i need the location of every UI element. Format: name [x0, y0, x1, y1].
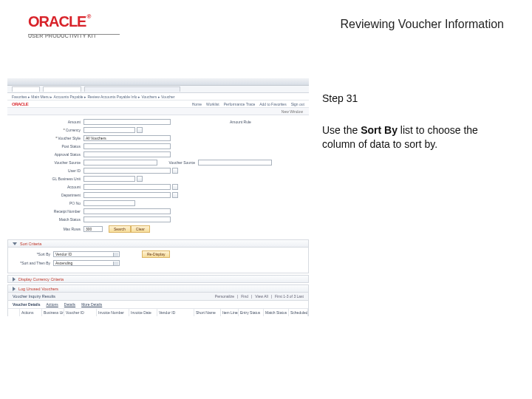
- col-invoice-no[interactable]: Invoice Number: [97, 309, 129, 316]
- instruction-column: Step 31 Use the Sort By list to choose t…: [322, 92, 505, 151]
- field-label: Voucher Style: [13, 136, 83, 140]
- tab-voucher-details[interactable]: Voucher Details: [13, 302, 40, 307]
- sort-by-select[interactable]: Vendor ID: [53, 251, 120, 257]
- oracle-wordmark: ORACLE: [28, 13, 86, 30]
- voucher-source-1[interactable]: [83, 160, 157, 166]
- chevron-down-icon: [13, 242, 17, 245]
- field-label: Account: [13, 185, 83, 189]
- col-short-name[interactable]: Short Name: [194, 309, 221, 316]
- window-toolbar: [7, 78, 309, 86]
- page-title: Reviewing Voucher Information: [341, 18, 504, 31]
- pager-personalize[interactable]: Personalize: [215, 294, 234, 299]
- instruction-text: Use the Sort By list to choose the colum…: [322, 123, 505, 151]
- tab-more-details[interactable]: More Details: [81, 302, 102, 307]
- link-perf-trace[interactable]: Performance Trace: [224, 102, 256, 106]
- chevron-right-icon: [13, 287, 16, 291]
- currency-input[interactable]: [83, 127, 135, 133]
- breadcrumb[interactable]: Favorites ▸ Main Menu ▸ Accounts Payable…: [7, 93, 309, 100]
- clear-button[interactable]: Clear: [131, 225, 150, 233]
- po-no-input[interactable]: [83, 200, 135, 206]
- amount-input[interactable]: [83, 119, 171, 125]
- link-worklist[interactable]: Worklist: [206, 102, 219, 106]
- field-label: Voucher Source: [13, 160, 83, 165]
- link-favorites[interactable]: Add to Favorites: [259, 102, 286, 106]
- account-input[interactable]: [83, 184, 171, 190]
- search-button[interactable]: Search: [109, 225, 131, 233]
- post-status-select[interactable]: [83, 143, 171, 149]
- pager-find[interactable]: Find: [241, 294, 248, 299]
- field-label: Receipt Number: [13, 209, 83, 214]
- app-top-links: Home Worklist Performance Trace Add to F…: [192, 102, 304, 106]
- voucher-source-2[interactable]: [198, 160, 272, 166]
- inquiry-columns: Actions Business Unit Voucher ID Invoice…: [8, 309, 308, 316]
- field-label: User ID: [13, 168, 83, 173]
- app-screenshot: Favorites ▸ Main Menu ▸ Accounts Payable…: [7, 78, 309, 316]
- chevron-right-icon: [13, 277, 16, 282]
- voucher-style-select[interactable]: All Vouchers: [83, 135, 171, 141]
- col-item-lines[interactable]: Item Lines: [221, 309, 239, 316]
- tab-actions[interactable]: Actions: [46, 302, 58, 307]
- field-label: GL Business Unit: [13, 177, 83, 181]
- breadcrumb-bar: Favorites ▸ Main Menu ▸ Accounts Payable…: [7, 93, 309, 100]
- app-subbar: New Window: [7, 108, 309, 115]
- inquiry-results: Voucher Inquiry Results Personalize| Fin…: [7, 293, 309, 316]
- inquiry-header: Voucher Inquiry Results Personalize| Fin…: [8, 293, 308, 301]
- sort-by-label: Sort By: [13, 252, 53, 256]
- lookup-icon[interactable]: [172, 192, 178, 198]
- col-vendor-id[interactable]: Vendor ID: [157, 309, 194, 316]
- link-signout[interactable]: Sign out: [291, 102, 304, 106]
- slide-header: ORACLE® USER PRODUCTIVITY KIT Reviewing …: [28, 13, 504, 43]
- user-id-input[interactable]: [83, 168, 171, 174]
- step-label: Step 31: [322, 92, 505, 106]
- col-entry-status[interactable]: Entry Status: [239, 309, 264, 316]
- log-unused-title: Log Unused Vouchers: [18, 287, 58, 291]
- inquiry-tools: Voucher Details Actions Details More Det…: [8, 301, 308, 309]
- app-header: ORACLE Home Worklist Performance Trace A…: [7, 100, 309, 108]
- pager-range: First 1-3 of 3 Last: [275, 294, 304, 299]
- field-label: Currency: [13, 128, 83, 132]
- max-rows-label: Max Rows: [13, 227, 83, 231]
- oracle-logo: ORACLE®: [28, 13, 97, 30]
- redisplay-button[interactable]: Re-Display: [142, 250, 170, 258]
- browser-tab[interactable]: [12, 86, 40, 92]
- browser-tab[interactable]: [43, 86, 81, 92]
- inquiry-title: Voucher Inquiry Results: [13, 294, 55, 299]
- receipt-no-input[interactable]: [83, 208, 171, 214]
- field-label: Voucher Source: [157, 160, 198, 165]
- page: ORACLE® USER PRODUCTIVITY KIT Reviewing …: [0, 0, 532, 399]
- browser-tab-active[interactable]: [84, 86, 180, 92]
- lookup-icon[interactable]: [172, 184, 178, 190]
- lookup-icon[interactable]: [137, 127, 143, 133]
- col-invoice-date[interactable]: Invoice Date: [129, 309, 157, 316]
- new-window-link[interactable]: New Window: [282, 109, 303, 114]
- col-scheduled[interactable]: Scheduled to Pay: [289, 309, 308, 316]
- sort-criteria-title: Sort Criteria: [20, 242, 41, 246]
- max-rows-input[interactable]: 300: [83, 226, 103, 232]
- sort-criteria-panel: Sort By Vendor ID Re-Display Sort and Th…: [7, 248, 309, 273]
- lookup-icon[interactable]: [137, 176, 143, 182]
- col-actions[interactable]: Actions: [20, 309, 42, 316]
- lookup-icon[interactable]: [172, 168, 178, 174]
- field-label: PO No: [13, 201, 83, 205]
- tab-details[interactable]: Details: [64, 302, 75, 307]
- display-currency-bar[interactable]: Display Currency Criteria: [7, 275, 309, 283]
- log-unused-bar[interactable]: Log Unused Vouchers: [7, 284, 309, 293]
- sort-then-select[interactable]: Ascending: [53, 260, 120, 266]
- link-home[interactable]: Home: [192, 102, 202, 106]
- col-bu[interactable]: Business Unit: [42, 309, 64, 316]
- browser-tabbar: [7, 86, 309, 93]
- col-match-status[interactable]: Match Status: [264, 309, 289, 316]
- field-label: Approval Status: [13, 152, 83, 157]
- gl-bu-input[interactable]: [83, 176, 135, 182]
- match-status-select[interactable]: [83, 216, 171, 222]
- department-input[interactable]: [83, 192, 171, 198]
- pager-viewall[interactable]: View All: [255, 294, 267, 299]
- display-currency-title: Display Currency Criteria: [18, 277, 64, 282]
- approval-status-select[interactable]: [83, 151, 171, 157]
- header-rule: [28, 34, 120, 35]
- col-voucher-id[interactable]: Voucher ID: [64, 309, 97, 316]
- col-select: [8, 309, 20, 316]
- sort-criteria-bar[interactable]: Sort Criteria: [7, 239, 309, 248]
- registered-mark: ®: [86, 13, 90, 20]
- field-label: Post Status: [13, 144, 83, 149]
